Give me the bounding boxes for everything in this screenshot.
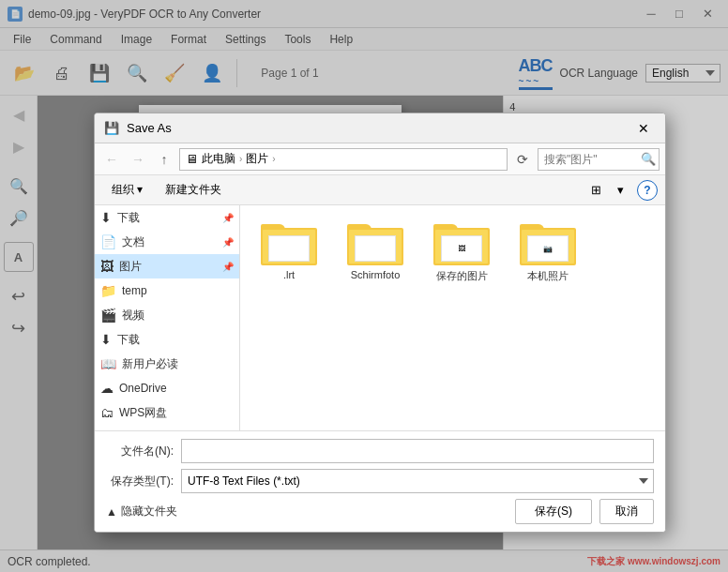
dialog-action-row: ▲ 隐藏文件夹 保存(S) 取消	[106, 499, 654, 524]
sidebar-item-onedrive[interactable]: ☁ OneDrive	[95, 376, 239, 400]
dialog-cancel-button[interactable]: 取消	[599, 499, 654, 524]
pin-icon-download1: 📌	[222, 213, 234, 223]
folder-icon-schirmfoto	[347, 220, 403, 265]
pin-icon-pictures: 📌	[222, 262, 234, 272]
pictures-icon: 🖼	[100, 259, 114, 274]
organize-button[interactable]: 组织 ▾	[102, 180, 152, 200]
view-dropdown-button[interactable]: ▾	[609, 179, 631, 202]
filetype-row: 保存类型(T): UTF-8 Text Files (*.txt) ANSI T…	[106, 469, 654, 493]
sidebar-label-documents: 文档	[122, 234, 144, 250]
pin-icon-documents: 📌	[222, 237, 234, 248]
action-buttons: 保存(S) 取消	[515, 499, 654, 524]
path-part-computer: 此电脑	[202, 151, 235, 167]
file-grid: .lrt Schirmfoto	[248, 213, 658, 291]
sidebar-item-temp[interactable]: 📁 temp	[95, 278, 239, 303]
hidden-files-toggle[interactable]: ▲ 隐藏文件夹	[106, 504, 177, 519]
dialog-title-bar: 💾 Save As ✕	[95, 113, 665, 143]
forward-button[interactable]: →	[127, 148, 149, 171]
sidebar-label-download1: 下载	[117, 210, 140, 226]
download2-icon: ⬇	[100, 332, 112, 347]
sidebar-item-download1[interactable]: ⬇ 下载 📌	[95, 205, 239, 230]
dialog-toolbar: 组织 ▾ 新建文件夹 ⊞ ▾ ?	[95, 175, 665, 205]
sidebar-label-wps: WPS网盘	[119, 405, 167, 421]
collapse-icon: ▲	[106, 505, 117, 519]
hidden-files-label: 隐藏文件夹	[121, 504, 177, 519]
filename-label: 文件名(N):	[106, 444, 181, 459]
filename-input[interactable]	[181, 439, 654, 463]
file-label-saved-pics: 保存的图片	[436, 269, 488, 283]
file-item-lrt[interactable]: .lrt	[251, 217, 326, 287]
computer-icon: 🖥	[186, 152, 198, 166]
dialog-address-bar: ← → ↑ 🖥 此电脑 › 图片 › ⟳ 🔍	[95, 143, 665, 175]
help-button[interactable]: ?	[637, 180, 658, 201]
dialog-bottom: 文件名(N): 保存类型(T): UTF-8 Text Files (*.txt…	[95, 430, 665, 532]
dialog-title: Save As	[127, 121, 172, 135]
path-separator-2: ›	[272, 154, 275, 164]
file-label-local-photos: 本机照片	[527, 269, 569, 283]
sidebar-item-download2[interactable]: ⬇ 下载	[95, 327, 239, 352]
sidebar-item-newuser[interactable]: 📖 新用户必读	[95, 352, 239, 376]
dialog-save-button[interactable]: 保存(S)	[515, 499, 592, 524]
sidebar-label-pictures: 图片	[119, 259, 142, 275]
folder-icon-lrt	[261, 220, 317, 265]
sidebar-item-wps[interactable]: 🗂 WPS网盘	[95, 400, 239, 425]
newuser-icon: 📖	[100, 356, 116, 371]
file-item-local-photos[interactable]: 📷 本机照片	[510, 217, 585, 287]
videos-icon: 🎬	[100, 308, 116, 323]
file-label-lrt: .lrt	[283, 269, 295, 280]
wps-icon: 🗂	[100, 405, 114, 420]
onedrive-icon: ☁	[100, 381, 114, 396]
search-input[interactable]	[538, 148, 660, 171]
filetype-select[interactable]: UTF-8 Text Files (*.txt) ANSI Text Files…	[181, 469, 654, 493]
sidebar-item-videos[interactable]: 🎬 视频	[95, 303, 239, 327]
sidebar-item-pictures[interactable]: 🖼 图片 📌	[95, 254, 239, 278]
folder-icon-saved-pics: 🖼	[433, 220, 490, 265]
sidebar-label-download2: 下载	[117, 332, 140, 348]
refresh-button[interactable]: ⟳	[511, 148, 534, 171]
sidebar-label-newuser: 新用户必读	[122, 356, 178, 372]
path-part-pictures: 图片	[246, 151, 268, 167]
save-as-dialog: 💾 Save As ✕ ← → ↑ 🖥 此电脑 › 图片 › ⟳ 🔍 组织 ▾ …	[94, 113, 666, 533]
dialog-close-button[interactable]: ✕	[631, 118, 656, 139]
view-icon-button[interactable]: ⊞	[584, 179, 607, 202]
path-separator-1: ›	[239, 154, 242, 164]
address-path[interactable]: 🖥 此电脑 › 图片 ›	[179, 148, 508, 171]
dialog-file-area: .lrt Schirmfoto	[240, 205, 665, 430]
folder-icon-local-photos: 📷	[520, 220, 576, 265]
sidebar-label-onedrive: OneDrive	[119, 382, 167, 395]
filetype-label: 保存类型(T):	[106, 474, 181, 489]
search-box-wrapper: 🔍	[538, 148, 660, 171]
sidebar-label-temp: temp	[122, 284, 147, 297]
view-buttons: ⊞ ▾ ?	[584, 179, 658, 202]
download-icon: ⬇	[100, 210, 112, 225]
dialog-sidebar: ⬇ 下载 📌 📄 文档 📌 🖼 图片 📌 📁 temp 🎬 视频	[95, 205, 240, 430]
up-button[interactable]: ↑	[153, 148, 175, 171]
file-label-schirmfoto: Schirmfoto	[351, 269, 401, 280]
file-item-saved-pics[interactable]: 🖼 保存的图片	[424, 217, 499, 287]
sidebar-item-documents[interactable]: 📄 文档 📌	[95, 230, 239, 254]
back-button[interactable]: ←	[100, 148, 123, 171]
new-folder-button[interactable]: 新建文件夹	[156, 180, 231, 200]
filename-row: 文件名(N):	[106, 439, 654, 463]
temp-folder-icon: 📁	[100, 283, 116, 298]
dialog-body: ⬇ 下载 📌 📄 文档 📌 🖼 图片 📌 📁 temp 🎬 视频	[95, 205, 665, 430]
file-item-schirmfoto[interactable]: Schirmfoto	[338, 217, 413, 287]
sidebar-label-videos: 视频	[122, 308, 144, 324]
documents-icon: 📄	[100, 234, 116, 249]
save-as-icon: 💾	[104, 121, 119, 136]
